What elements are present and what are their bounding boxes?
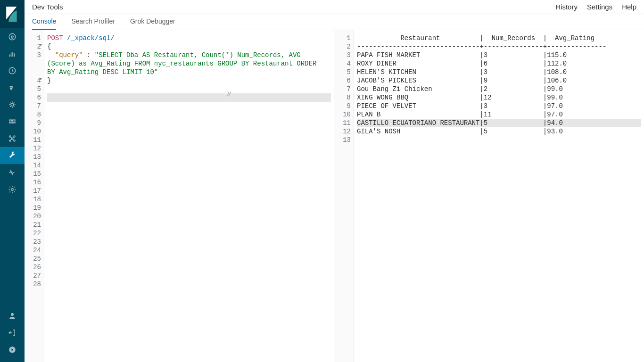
header-links: History Settings Help: [555, 3, 636, 11]
request-gutter: 1234567891011121314151617181920212223242…: [25, 30, 44, 362]
dashboard-icon[interactable]: [0, 62, 25, 79]
svg-rect-1: [9, 55, 10, 57]
sidebar-nav: [0, 28, 25, 307]
svg-rect-2: [12, 52, 13, 57]
svg-point-17: [11, 189, 14, 191]
history-link[interactable]: History: [555, 3, 578, 11]
collapse-icon[interactable]: [0, 341, 25, 358]
svg-point-7: [11, 103, 14, 106]
svg-point-18: [11, 313, 14, 316]
svg-rect-11: [14, 122, 15, 123]
tab-grok-debugger[interactable]: Grok Debugger: [130, 14, 175, 30]
sidebar: [0, 0, 25, 362]
svg-point-6: [11, 87, 12, 88]
tab-search-profiler[interactable]: Search Profiler: [71, 14, 115, 30]
request-editor[interactable]: POST /_xpack/sql/{ "query" : "SELECT Dba…: [44, 30, 334, 362]
discover-icon[interactable]: [0, 28, 25, 45]
monitoring-icon[interactable]: [0, 164, 25, 181]
devtools-icon[interactable]: [0, 147, 25, 164]
logout-icon[interactable]: [0, 324, 25, 341]
svg-rect-10: [9, 122, 13, 123]
svg-point-0: [9, 33, 16, 40]
request-pane: 1234567891011121314151617181920212223242…: [25, 30, 334, 362]
svg-rect-3: [14, 53, 15, 57]
settings-link[interactable]: Settings: [587, 3, 612, 11]
svg-rect-8: [9, 120, 12, 121]
response-output[interactable]: Restaurant | Num_Records | Avg_Rating --…: [354, 30, 644, 362]
apm-icon[interactable]: [0, 96, 25, 113]
editor-area: 1234567891011121314151617181920212223242…: [25, 30, 644, 362]
svg-point-5: [10, 87, 11, 88]
canvas-icon[interactable]: [0, 113, 25, 130]
user-icon[interactable]: [0, 307, 25, 324]
help-link[interactable]: Help: [622, 3, 636, 11]
tab-console[interactable]: Console: [32, 14, 56, 30]
page-header: Dev Tools History Settings Help: [25, 0, 644, 14]
management-icon[interactable]: [0, 181, 25, 198]
page-title: Dev Tools: [32, 3, 63, 11]
sidebar-bottom: [0, 307, 25, 362]
response-gutter: 12345678910111213: [334, 30, 354, 362]
main-content: Dev Tools History Settings Help Console …: [25, 0, 644, 362]
timelion-icon[interactable]: [0, 79, 25, 96]
tabs: Console Search Profiler Grok Debugger: [25, 14, 644, 30]
kibana-logo[interactable]: [0, 0, 25, 28]
visualize-icon[interactable]: [0, 45, 25, 62]
ml-icon[interactable]: [0, 130, 25, 147]
response-pane: 12345678910111213 Restaurant | Num_Recor…: [334, 30, 644, 362]
svg-rect-9: [13, 120, 15, 121]
